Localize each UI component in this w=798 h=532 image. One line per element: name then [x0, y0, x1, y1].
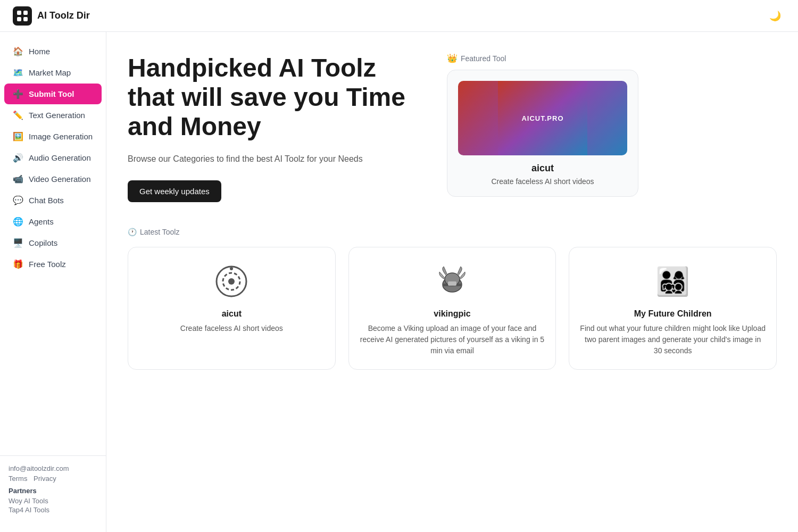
clock-icon: 🕐 — [128, 228, 137, 236]
dark-mode-icon: 🌙 — [769, 11, 781, 21]
svg-rect-3 — [17, 17, 21, 21]
aicut-icon-container — [139, 262, 325, 301]
latest-label: 🕐 Latest Toolz — [128, 228, 777, 236]
sidebar-item-free-toolz[interactable]: 🎁 Free Toolz — [4, 254, 102, 275]
featured-section: 👑 Featured Tool — [447, 53, 638, 197]
svg-rect-2 — [23, 11, 28, 15]
sidebar-item-submit-label: Submit Tool — [29, 89, 74, 98]
footer-privacy[interactable]: Privacy — [34, 475, 56, 483]
latest-label-text: Latest Toolz — [140, 228, 179, 236]
aicut-card-desc: Create faceless AI short videos — [139, 323, 325, 334]
hero-left: Handpicked AI Toolz that will save you T… — [128, 53, 426, 202]
sidebar-item-home[interactable]: 🏠 Home — [4, 41, 102, 62]
chat-icon: 💬 — [13, 195, 23, 205]
sidebar-item-free-toolz-label: Free Toolz — [29, 260, 66, 269]
vikingpic-icon-container — [360, 262, 545, 301]
tool-card-aicut[interactable]: aicut Create faceless AI short videos — [128, 247, 336, 370]
partner-woy[interactable]: Woy AI Tools — [9, 497, 97, 505]
sidebar-item-chat-bots-label: Chat Bots — [29, 196, 64, 205]
sidebar-item-copilots-label: Copilots — [29, 238, 57, 247]
svg-rect-0 — [13, 6, 32, 26]
sidebar-item-text-generation[interactable]: ✏️ Text Generation — [4, 105, 102, 126]
copilots-icon: 🖥️ — [13, 238, 23, 248]
my-future-children-card-name: My Future Children — [580, 309, 766, 319]
featured-tool-desc: Create faceless AI short videos — [458, 177, 627, 186]
main-content: Handpicked AI Toolz that will save you T… — [106, 32, 798, 532]
sidebar-item-market-map[interactable]: 🗺️ Market Map — [4, 62, 102, 83]
aicut-card-name: aicut — [139, 309, 325, 319]
partners-title: Partners — [9, 487, 97, 495]
aicut-svg-icon — [214, 264, 248, 298]
header: AI Toolz Dir 🌙 — [0, 0, 798, 32]
layout: 🏠 Home 🗺️ Market Map ➕ Submit Tool ✏️ Te… — [0, 32, 798, 532]
cards-grid: aicut Create faceless AI short videos — [128, 247, 777, 370]
dark-mode-button[interactable]: 🌙 — [765, 6, 785, 26]
sidebar-item-audio-generation[interactable]: 🔊 Audio Generation — [4, 147, 102, 168]
sidebar-item-copilots[interactable]: 🖥️ Copilots — [4, 232, 102, 253]
sidebar-item-agents[interactable]: 🌐 Agents — [4, 211, 102, 232]
tool-card-vikingpic[interactable]: vikingpic Become a Viking upload an imag… — [348, 247, 556, 370]
footer-terms[interactable]: Terms — [9, 475, 27, 483]
free-icon: 🎁 — [13, 259, 23, 269]
video-icon: 📹 — [13, 174, 23, 184]
sidebar-item-chat-bots[interactable]: 💬 Chat Bots — [4, 190, 102, 211]
svg-rect-4 — [23, 17, 28, 21]
crown-icon: 👑 — [447, 53, 458, 63]
sidebar-nav: 🏠 Home 🗺️ Market Map ➕ Submit Tool ✏️ Te… — [0, 40, 106, 447]
sidebar-item-submit-tool[interactable]: ➕ Submit Tool — [4, 84, 102, 104]
sidebar-footer: info@aitoolzdir.com Terms Privacy Partne… — [0, 455, 106, 523]
home-icon: 🏠 — [13, 46, 23, 56]
logo-icon — [13, 6, 32, 26]
svg-point-8 — [228, 278, 235, 285]
hero-title: Handpicked AI Toolz that will save you T… — [128, 53, 426, 142]
footer-email[interactable]: info@aitoolzdir.com — [9, 464, 69, 472]
featured-img-inner: AICUT.PRO — [458, 81, 627, 155]
sidebar-item-image-generation[interactable]: 🖼️ Image Generation — [4, 126, 102, 147]
logo-text: AI Toolz Dir — [37, 10, 90, 21]
hero-subtitle: Browse our Categories to find the best A… — [128, 152, 426, 166]
sidebar-item-audio-gen-label: Audio Generation — [29, 153, 91, 162]
featured-tool-name: aicut — [458, 163, 627, 174]
featured-label-text: Featured Tool — [461, 54, 506, 63]
vikingpic-card-name: vikingpic — [360, 309, 545, 319]
partner-tap4[interactable]: Tap4 AI Tools — [9, 506, 97, 514]
agents-icon: 🌐 — [13, 217, 23, 227]
sidebar: 🏠 Home 🗺️ Market Map ➕ Submit Tool ✏️ Te… — [0, 32, 106, 532]
image-icon: 🖼️ — [13, 131, 23, 142]
sidebar-item-home-label: Home — [29, 47, 50, 56]
cta-button[interactable]: Get weekly updates — [128, 180, 221, 202]
hero-section: Handpicked AI Toolz that will save you T… — [128, 53, 777, 202]
sidebar-item-video-generation[interactable]: 📹 Video Generation — [4, 169, 102, 189]
sidebar-item-video-gen-label: Video Generation — [29, 174, 90, 184]
svg-rect-1 — [17, 11, 21, 15]
family-emoji: 👨‍👩‍👧‍👦 — [655, 265, 690, 298]
family-icon-container: 👨‍👩‍👧‍👦 — [580, 262, 766, 301]
svg-point-9 — [230, 267, 233, 270]
featured-label: 👑 Featured Tool — [447, 53, 638, 63]
sidebar-item-market-map-label: Market Map — [29, 68, 71, 77]
vikingpic-card-desc: Become a Viking upload an image of your … — [360, 323, 545, 356]
tool-card-my-future-children[interactable]: 👨‍👩‍👧‍👦 My Future Children Find out what… — [569, 247, 777, 370]
svg-rect-13 — [448, 281, 456, 286]
sidebar-item-image-gen-label: Image Generation — [29, 132, 93, 141]
featured-tool-image: AICUT.PRO — [458, 81, 627, 155]
audio-icon: 🔊 — [13, 153, 23, 163]
text-icon: ✏️ — [13, 110, 23, 120]
featured-brand: AICUT.PRO — [521, 114, 563, 122]
plus-icon: ➕ — [13, 89, 23, 99]
map-icon: 🗺️ — [13, 68, 23, 78]
featured-card[interactable]: AICUT.PRO aicut Create faceless AI short… — [447, 70, 638, 197]
sidebar-item-text-gen-label: Text Generation — [29, 111, 85, 120]
my-future-children-card-desc: Find out what your future children might… — [580, 323, 766, 356]
latest-section: 🕐 Latest Toolz aicut Create f — [128, 228, 777, 370]
viking-svg-icon — [435, 264, 469, 298]
sidebar-item-agents-label: Agents — [29, 217, 54, 226]
logo[interactable]: AI Toolz Dir — [13, 6, 90, 26]
